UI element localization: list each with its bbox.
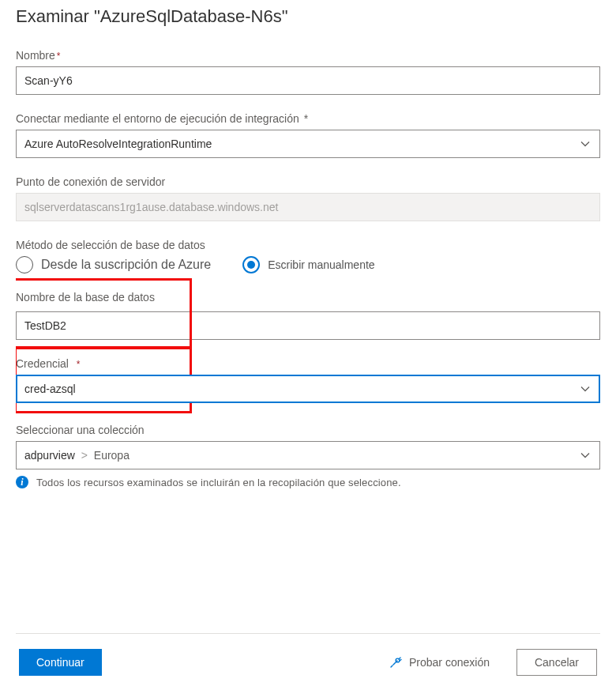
- label-runtime: Conectar mediante el entorno de ejecució…: [16, 112, 600, 125]
- test-connection-button[interactable]: Probar conexión: [385, 652, 493, 673]
- collection-select[interactable]: adpurview > Europa: [16, 441, 600, 469]
- field-runtime: Conectar mediante el entorno de ejecució…: [16, 112, 600, 158]
- field-dbmethod: Método de selección de base de datos Des…: [16, 239, 600, 273]
- field-collection: Seleccionar una colección adpurview > Eu…: [16, 424, 600, 488]
- label-dbname: Nombre de la base de datos: [16, 291, 600, 304]
- collection-root: adpurview: [24, 449, 75, 462]
- dbname-input[interactable]: [16, 311, 600, 340]
- radio-from-subscription[interactable]: Desde la suscripción de Azure: [16, 256, 211, 273]
- radio-label-subscription: Desde la suscripción de Azure: [41, 258, 211, 272]
- field-dbname: Nombre de la base de datos: [16, 291, 600, 340]
- credential-value: cred-azsql: [24, 383, 76, 395]
- radio-circle-icon: [242, 256, 260, 273]
- collection-child: Europa: [94, 449, 130, 462]
- runtime-select[interactable]: Azure AutoResolveIntegrationRuntime: [16, 130, 600, 158]
- breadcrumb-separator: >: [78, 449, 91, 462]
- credential-select[interactable]: cred-azsql: [16, 375, 600, 403]
- name-input[interactable]: [16, 66, 600, 95]
- cancel-button[interactable]: Cancelar: [516, 649, 597, 676]
- page-title: Examinar "AzureSqlDatabase-N6s": [16, 6, 600, 27]
- radio-label-manual: Escribir manualmente: [268, 258, 374, 271]
- collection-info-text: Todos los recursos examinados se incluir…: [36, 477, 401, 488]
- label-dbmethod: Método de selección de base de datos: [16, 239, 600, 251]
- label-collection: Seleccionar una colección: [16, 424, 600, 436]
- runtime-value: Azure AutoResolveIntegrationRuntime: [24, 138, 212, 150]
- field-credential: Credencial * cred-azsql: [16, 357, 600, 403]
- collection-info: i Todos los recursos examinados se inclu…: [16, 476, 600, 488]
- continue-button[interactable]: Continuar: [19, 649, 102, 676]
- required-asterisk: *: [301, 112, 308, 125]
- info-icon: i: [16, 476, 28, 488]
- label-endpoint: Punto de conexión de servidor: [16, 175, 600, 188]
- footer: Continuar Probar conexión Cancelar: [16, 633, 600, 690]
- plug-icon: [389, 655, 403, 669]
- required-asterisk: *: [57, 51, 61, 62]
- required-asterisk: *: [77, 359, 81, 370]
- test-connection-label: Probar conexión: [409, 656, 490, 669]
- radio-circle-icon: [16, 256, 33, 273]
- field-endpoint: Punto de conexión de servidor sqlserverd…: [16, 175, 600, 221]
- field-name: Nombre*: [16, 49, 600, 95]
- endpoint-input: sqlserverdatascans1rg1ause.database.wind…: [16, 193, 600, 221]
- radio-enter-manually[interactable]: Escribir manualmente: [242, 256, 374, 273]
- label-credential: Credencial *: [16, 357, 600, 370]
- label-name: Nombre*: [16, 49, 600, 62]
